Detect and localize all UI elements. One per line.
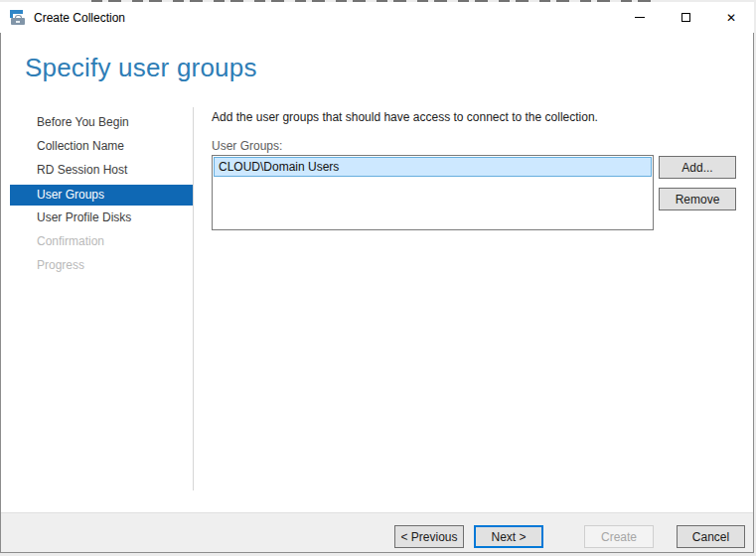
sidebar-item-collection-name[interactable]: Collection Name xyxy=(10,135,193,159)
sidebar-divider xyxy=(193,107,194,490)
minimize-icon xyxy=(635,17,645,18)
list-item-domain-users[interactable]: CLOUD\Domain Users xyxy=(214,157,652,177)
previous-button[interactable]: < Previous xyxy=(394,525,464,548)
sidebar-item-confirmation: Confirmation xyxy=(10,230,193,254)
user-groups-label: User Groups: xyxy=(212,139,282,153)
minimize-button[interactable] xyxy=(617,2,663,33)
maximize-icon xyxy=(681,13,690,22)
next-button[interactable]: Next > xyxy=(474,525,543,548)
window-title: Create Collection xyxy=(34,11,125,25)
instruction-text: Add the user groups that should have acc… xyxy=(212,110,598,124)
sidebar-item-before-you-begin[interactable]: Before You Begin xyxy=(10,111,193,135)
close-button[interactable]: ✕ xyxy=(708,2,754,33)
close-icon: ✕ xyxy=(726,12,736,24)
user-groups-listbox[interactable]: CLOUD\Domain Users xyxy=(212,155,654,230)
title-bar: Create Collection ✕ xyxy=(0,2,754,33)
sidebar-item-user-profile-disks[interactable]: User Profile Disks xyxy=(10,207,193,230)
sidebar-item-progress: Progress xyxy=(10,254,193,278)
sidebar-item-user-groups[interactable]: User Groups xyxy=(10,185,193,206)
caption-controls: ✕ xyxy=(617,2,754,33)
cancel-button[interactable]: Cancel xyxy=(677,525,745,548)
create-button: Create xyxy=(584,525,654,548)
wizard-steps-sidebar: Before You Begin Collection Name RD Sess… xyxy=(10,111,193,278)
add-button[interactable]: Add... xyxy=(659,156,736,179)
server-manager-icon xyxy=(10,10,26,26)
remove-button[interactable]: Remove xyxy=(659,188,736,210)
sidebar-item-rd-session-host[interactable]: RD Session Host xyxy=(10,159,193,183)
page-title: Specify user groups xyxy=(25,53,257,83)
maximize-button[interactable] xyxy=(663,2,708,33)
